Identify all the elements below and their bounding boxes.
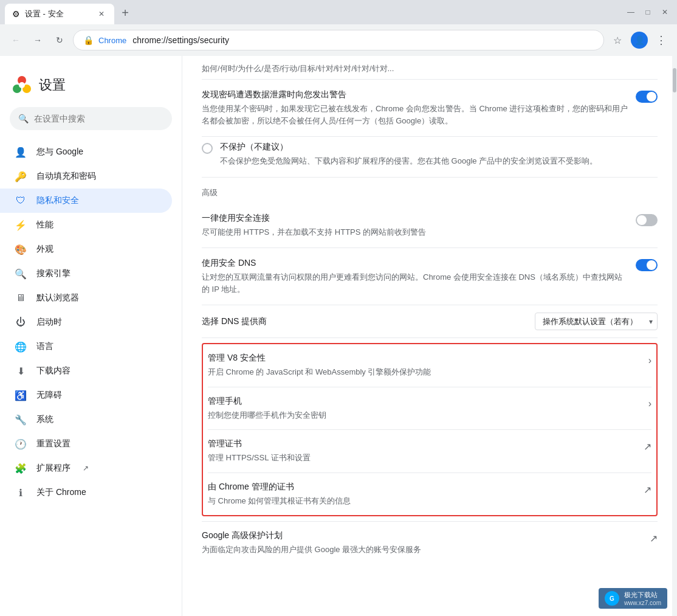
sidebar-item-startup[interactable]: ⏻ 启动时 [0,310,172,334]
profile-button[interactable]: 👤 [631,32,648,49]
external-link-icon: ↗ [83,464,89,472]
sidebar-nav: 👤 您与 Google 🔑 自动填充和密码 🛡 隐私和安全 ⚡ 性能 🎨 [0,140,182,505]
sidebar-label-performance: 性能 [36,220,53,230]
sidebar-item-performance[interactable]: ⚡ 性能 [0,213,172,237]
about-icon: ℹ [15,486,27,499]
settings-content: 如何/何时/为什么/是否/行动/目标/针对/针对/针对/针对... 发现密码遭遇… [182,56,677,616]
chrome-cert-item[interactable]: 由 Chrome 管理的证书 与 Chrome 如何管理其根证书有关的信息 ↗ [208,473,651,516]
bookmark-button[interactable]: ☆ [609,32,626,49]
secure-icon: 🔒 [83,35,94,45]
url-chrome-label: Chrome [98,36,126,45]
accessibility-icon: ♿ [15,389,27,401]
dns-provider-select[interactable]: 操作系统默认设置（若有） Google (8.8.8.8) Cloudflare… [535,313,658,330]
forward-button[interactable]: → [29,32,46,49]
sidebar-item-appearance[interactable]: 🎨 外观 [0,237,172,261]
no-protection-radio[interactable] [202,143,213,154]
no-protection-item: 不保护（不建议） 不会保护您免受危险网站、下载内容和扩展程序的侵害。您在其他 G… [202,137,658,178]
sidebar-label-downloads: 下载内容 [36,365,70,376]
safe-dns-title: 使用安全 DNS [202,258,628,269]
safe-dns-desc: 让对您的互联网流量有访问权限的用户更难看到您访问的网站。Chrome 会使用安全… [202,271,628,295]
cert-external-icon: ↗ [644,441,651,452]
url-path: chrome://settings/security [132,35,229,45]
google-protection-title: Google 高级保护计划 [202,530,421,541]
partial-content-top: 如何/何时/为什么/是否/行动/目标/针对/针对/针对/针对... [202,56,658,80]
password-warning-item: 发现密码遭遇数据泄露时向您发出警告 当您使用某个密码时，如果发现它已被在线发布，… [202,80,658,137]
reload-button[interactable]: ↻ [51,32,68,49]
password-warning-toggle[interactable] [636,91,658,103]
performance-icon: ⚡ [15,219,27,231]
sidebar-item-search-engine[interactable]: 🔍 搜索引擎 [0,261,172,286]
sidebar-label-system: 系统 [36,414,53,425]
close-window-button[interactable]: ✕ [658,5,672,19]
no-protection-desc: 不会保护您免受危险网站、下载内容和扩展程序的侵害。您在其他 Google 产品中… [220,155,597,167]
shield-icon: 🛡 [15,195,27,207]
sidebar-item-reset[interactable]: 🕐 重置设置 [0,432,172,456]
svg-point-3 [19,82,25,88]
chrome-cert-title: 由 Chrome 管理的证书 [208,482,351,493]
user-icon: 👤 [15,146,27,158]
manage-cert-item[interactable]: 管理证书 管理 HTTPS/SSL 证书和设置 ↗ [208,430,651,473]
address-bar: ← → ↻ 🔒 Chrome chrome://settings/securit… [0,24,677,56]
settings-search-input[interactable] [10,107,172,130]
url-input[interactable]: 🔒 Chrome chrome://settings/security [73,30,604,50]
tab-favicon: ⚙ [12,9,20,19]
tab-close-button[interactable]: ✕ [96,9,107,19]
settings-sidebar: 设置 🔍 👤 您与 Google 🔑 自动填充和密码 [0,56,182,616]
https-always-toggle[interactable] [636,214,658,226]
back-button[interactable]: ← [7,32,24,49]
settings-page-title: 设置 [39,76,66,94]
google-protection-external-icon: ↗ [650,533,658,544]
sidebar-item-system[interactable]: 🔧 系统 [0,407,172,432]
new-tab-button[interactable]: + [117,4,134,21]
sidebar-label-language: 语言 [36,341,53,352]
tab-title: 设置 - 安全 [25,9,91,19]
google-protection-desc: 为面临定向攻击风险的用户提供 Google 最强大的账号安保服务 [202,544,421,556]
sidebar-label-autofill: 自动填充和密码 [36,171,96,182]
sidebar-item-autofill[interactable]: 🔑 自动填充和密码 [0,164,172,189]
v8-security-item[interactable]: 管理 V8 安全性 开启 Chrome 的 JavaScript 和 WebAs… [208,344,651,387]
safe-dns-toggle[interactable] [636,259,658,271]
chrome-cert-external-icon: ↗ [644,484,651,496]
watermark-line1: 极光下载站 [624,590,661,600]
sidebar-item-language[interactable]: 🌐 语言 [0,334,172,359]
sidebar-item-downloads[interactable]: ⬇ 下载内容 [0,359,172,383]
chrome-cert-desc: 与 Chrome 如何管理其根证书有关的信息 [208,495,351,507]
search-engine-icon: 🔍 [15,268,27,280]
sidebar-search-container: 🔍 [10,107,172,130]
startup-icon: ⏻ [15,316,27,328]
minimize-button[interactable]: — [624,5,638,19]
manage-phone-title: 管理手机 [208,396,326,407]
sidebar-item-accessibility[interactable]: ♿ 无障碍 [0,383,172,407]
sidebar-label-startup: 启动时 [36,317,62,328]
sidebar-item-privacy[interactable]: 🛡 隐私和安全 [0,189,172,213]
menu-button[interactable]: ⋮ [653,32,670,49]
key-icon: 🔑 [15,170,27,182]
advanced-header: 高级 [202,178,658,203]
v8-arrow-icon: › [648,355,651,366]
browser-icon: 🖥 [15,292,27,304]
https-always-title: 一律使用安全连接 [202,213,628,224]
dns-provider-row: 选择 DNS 提供商 操作系统默认设置（若有） Google (8.8.8.8)… [202,305,658,338]
appearance-icon: 🎨 [15,243,27,255]
language-icon: 🌐 [15,341,27,353]
sidebar-item-google[interactable]: 👤 您与 Google [0,140,172,164]
sidebar-item-about[interactable]: ℹ 关于 Chrome [0,480,172,505]
manage-phone-item[interactable]: 管理手机 控制您使用哪些手机作为安全密钥 › [208,387,651,431]
sidebar-label-default-browser: 默认浏览器 [36,292,79,303]
active-tab[interactable]: ⚙ 设置 - 安全 ✕ [5,4,114,24]
sidebar-item-default-browser[interactable]: 🖥 默认浏览器 [0,286,172,310]
manage-phone-desc: 控制您使用哪些手机作为安全密钥 [208,409,326,421]
sidebar-item-extensions[interactable]: 🧩 扩展程序 ↗ [0,456,172,480]
watermark: G 极光下载站 www.xz7.com [599,588,667,609]
password-warning-title: 发现密码遭遇数据泄露时向您发出警告 [202,89,628,100]
google-protection-item[interactable]: Google 高级保护计划 为面临定向攻击风险的用户提供 Google 最强大的… [202,521,658,564]
reset-icon: 🕐 [15,438,27,450]
sidebar-label-accessibility: 无障碍 [36,390,62,401]
dns-provider-label: 选择 DNS 提供商 [202,316,267,327]
v8-security-title: 管理 V8 安全性 [208,353,431,364]
manage-cert-desc: 管理 HTTPS/SSL 证书和设置 [208,452,311,464]
https-always-item: 一律使用安全连接 尽可能使用 HTTPS，并在加载不支持 HTTPS 的网站前收… [202,203,658,249]
manage-cert-title: 管理证书 [208,438,311,449]
maximize-button[interactable]: □ [641,5,655,19]
v8-security-desc: 开启 Chrome 的 JavaScript 和 WebAssembly 引擎额… [208,366,431,378]
